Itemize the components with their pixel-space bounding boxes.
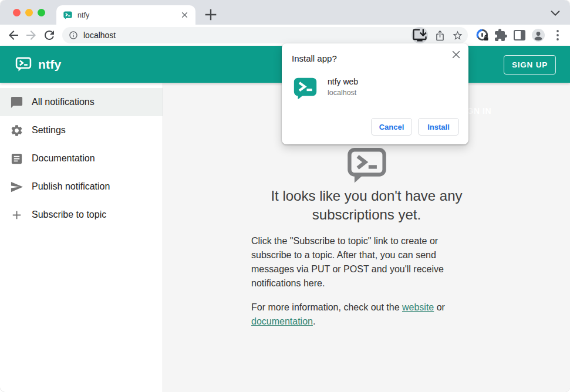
- sidebar-item-all-notifications[interactable]: All notifications: [0, 88, 163, 116]
- window-minimize-button[interactable]: [25, 9, 33, 16]
- tab-strip: ntfy: [0, 0, 570, 25]
- empty-state-text: Click the "Subscribe to topic" link to c…: [251, 234, 486, 329]
- install-button[interactable]: Install: [418, 118, 459, 136]
- address-bar[interactable]: localhost: [62, 27, 468, 43]
- dialog-app-origin: localhost: [328, 89, 356, 97]
- menu-dots-icon[interactable]: [551, 28, 565, 42]
- url-text: localhost: [83, 31, 412, 40]
- empty-state-paragraph: For more information, check out the webs…: [251, 300, 486, 329]
- sidebar-item-settings[interactable]: Settings: [0, 116, 163, 144]
- sidebar-item-label: All notifications: [32, 97, 95, 107]
- cancel-button[interactable]: Cancel: [371, 118, 412, 136]
- plus-icon: [10, 208, 23, 222]
- sidebar-item-label: Publish notification: [32, 181, 110, 192]
- documentation-link[interactable]: documentation: [251, 316, 313, 326]
- sidebar-item-label: Documentation: [32, 153, 95, 164]
- tab-close-icon[interactable]: [180, 10, 190, 20]
- new-tab-button[interactable]: [203, 6, 219, 23]
- bookmark-star-icon[interactable]: [452, 30, 463, 41]
- profile-avatar-icon[interactable]: [531, 28, 545, 42]
- macos-window-controls: [13, 9, 45, 16]
- refresh-button[interactable]: [42, 28, 56, 42]
- sidebar-item-subscribe-to-topic[interactable]: Subscribe to topic: [0, 201, 163, 229]
- tab-search-chevron-icon[interactable]: [548, 6, 563, 19]
- extensions-puzzle-icon[interactable]: [494, 28, 508, 42]
- paragraph-text: For more information, check out the: [251, 302, 402, 312]
- empty-state-paragraph: Click the "Subscribe to topic" link to c…: [251, 234, 486, 290]
- page-info-icon[interactable]: [69, 31, 78, 40]
- password-manager-icon[interactable]: [475, 28, 490, 42]
- ntfy-logo-icon: [15, 57, 32, 72]
- website-link[interactable]: website: [402, 302, 434, 312]
- sidebar: All notifications Settings Documentation…: [0, 83, 163, 392]
- ntfy-favicon-icon: [63, 11, 72, 19]
- browser-toolbar: localhost: [0, 25, 570, 46]
- browser-tab-ntfy[interactable]: ntfy: [56, 5, 195, 25]
- paragraph-text: or: [434, 302, 445, 312]
- install-app-icon[interactable]: [412, 27, 428, 43]
- sidebar-item-publish-notification[interactable]: Publish notification: [0, 173, 163, 201]
- sidebar-item-label: Settings: [32, 125, 66, 136]
- sign-up-button[interactable]: SIGN UP: [504, 55, 556, 75]
- sidebar-item-label: Subscribe to topic: [32, 209, 106, 220]
- window-zoom-button[interactable]: [38, 9, 45, 16]
- send-icon: [10, 180, 23, 194]
- article-icon: [10, 152, 23, 165]
- tab-title: ntfy: [77, 11, 180, 19]
- forward-button[interactable]: [24, 28, 38, 42]
- browser-window: ntfy localhost: [0, 0, 570, 392]
- side-panel-icon[interactable]: [512, 28, 527, 42]
- empty-state-heading: It looks like you don't have any subscri…: [163, 187, 570, 224]
- app-title: ntfy: [38, 58, 61, 72]
- ntfy-app-icon: [294, 77, 317, 100]
- chat-bubble-icon: [10, 96, 23, 109]
- gear-icon: [10, 124, 23, 137]
- dialog-app-name: ntfy web: [328, 77, 358, 86]
- share-icon[interactable]: [434, 30, 446, 41]
- window-close-button[interactable]: [13, 9, 21, 16]
- paragraph-text: .: [313, 316, 315, 326]
- install-app-dialog: Install app? ntfy web localhost Cancel I…: [282, 43, 468, 144]
- sidebar-item-documentation[interactable]: Documentation: [0, 144, 163, 173]
- dialog-close-icon[interactable]: [450, 49, 462, 60]
- ntfy-logo-outline-icon: [346, 147, 388, 184]
- back-button[interactable]: [6, 28, 21, 42]
- dialog-title: Install app?: [292, 53, 337, 63]
